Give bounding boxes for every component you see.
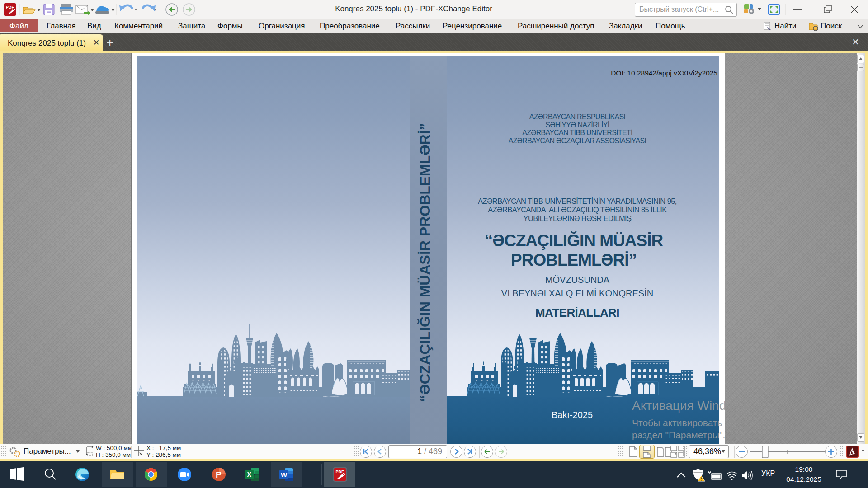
svg-text:PDF: PDF [336,469,344,474]
svg-text:P: P [216,470,222,479]
svg-text:W: W [281,471,288,479]
svg-text:X: X [247,471,252,479]
svg-text:PDF: PDF [6,5,14,9]
